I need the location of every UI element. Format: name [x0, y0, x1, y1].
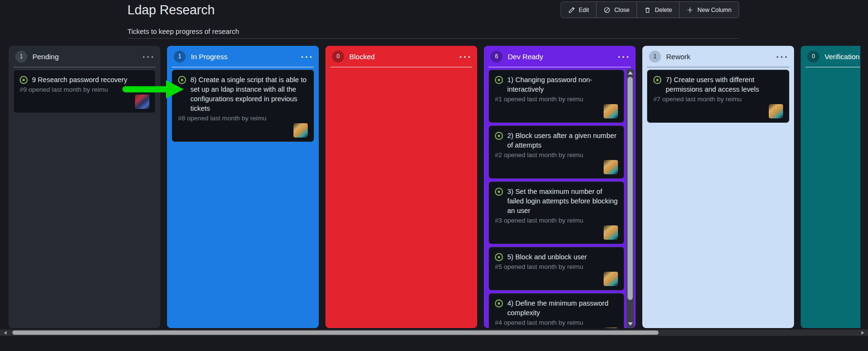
edit-button[interactable]: Edit	[561, 2, 597, 18]
issue-open-icon	[495, 299, 503, 308]
avatar	[604, 272, 618, 286]
column-title: Verification	[825, 53, 859, 61]
card-meta: #9 opened last month by reimu	[20, 85, 149, 94]
avatar	[769, 104, 783, 118]
issue-card[interactable]: 3) Set the maximum number of failed logi…	[489, 181, 624, 244]
count-badge: 0	[332, 51, 344, 63]
issue-card[interactable]: 2) Block users after a given number of a…	[489, 126, 624, 179]
card-title: 7) Create users with different permissio…	[666, 75, 783, 94]
vertical-scrollbar[interactable]	[627, 69, 634, 328]
column-in-progress: 1 In Progress 8) Create a single script …	[167, 46, 319, 328]
card-title-row: 3) Set the maximum number of failed logi…	[495, 187, 618, 215]
kanban-board: 1 Pending 9 Research password recovery #…	[0, 46, 860, 328]
issue-open-icon	[495, 188, 503, 196]
column-title: Dev Ready	[508, 53, 543, 61]
card-meta: #4 opened last month by reimu	[495, 319, 618, 327]
card-list	[325, 67, 477, 74]
avatar-row	[20, 94, 149, 110]
card-title: 8) Create a single script that is able t…	[190, 75, 308, 113]
issue-card[interactable]: 4) Define the minimum password complexit…	[489, 293, 624, 328]
new-column-button[interactable]: New Column	[680, 2, 739, 18]
avatar	[604, 160, 618, 174]
column-verification: 0 Verification	[801, 46, 860, 328]
column-header: 0 Verification	[801, 46, 860, 67]
column-header: 1 Pending	[9, 46, 160, 67]
page-header: Ldap Research Tickets to keep progress o…	[127, 0, 739, 46]
column-title: Pending	[32, 53, 59, 61]
circle-slash-icon	[604, 7, 610, 13]
card-list: 9 Research password recovery #9 opened l…	[9, 67, 160, 118]
column-header: 0 Blocked	[325, 46, 477, 67]
column-pending: 1 Pending 9 Research password recovery #…	[9, 46, 160, 328]
avatar-row	[495, 104, 618, 119]
issue-open-icon	[495, 76, 503, 84]
avatar	[293, 123, 308, 138]
card-title-row: 8) Create a single script that is able t…	[178, 75, 308, 113]
kebab-menu-icon[interactable]	[460, 56, 471, 57]
issue-card[interactable]: 9 Research password recovery #9 opened l…	[13, 70, 156, 113]
count-badge: 1	[15, 51, 27, 63]
column-rework: 1 Rework 7) Create users with different …	[642, 46, 794, 328]
issue-open-icon	[495, 253, 503, 261]
avatar-row	[178, 123, 308, 138]
avatar-row	[495, 327, 618, 328]
close-button[interactable]: Close	[596, 2, 637, 18]
card-title: 9 Research password recovery	[32, 75, 127, 85]
column-title: In Progress	[191, 53, 228, 61]
page-subtitle: Tickets to keep progress of research	[127, 28, 239, 35]
edit-button-label: Edit	[579, 7, 589, 13]
scroll-up-icon[interactable]	[628, 71, 633, 74]
avatar-row	[653, 104, 783, 119]
kebab-menu-icon[interactable]	[776, 56, 787, 57]
column-title: Rework	[666, 53, 690, 61]
card-title-row: 5) Block and unblock user	[495, 252, 618, 262]
card-meta: #2 opened last month by reimu	[495, 151, 618, 160]
issue-open-icon	[495, 132, 503, 140]
scroll-down-icon[interactable]	[628, 322, 633, 326]
column-blocked: 0 Blocked	[325, 46, 477, 328]
issue-card[interactable]: 8) Create a single script that is able t…	[172, 70, 314, 142]
issue-card[interactable]: 7) Create users with different permissio…	[647, 70, 789, 123]
card-title-row: 2) Block users after a given number of a…	[495, 131, 618, 150]
count-badge: 1	[649, 51, 661, 63]
avatar-row	[495, 271, 618, 287]
card-list	[801, 67, 860, 74]
avatar	[135, 95, 149, 109]
issue-open-icon	[178, 76, 186, 84]
kebab-menu-icon[interactable]	[618, 56, 629, 57]
project-board-page: Ldap Research Tickets to keep progress o…	[0, 0, 868, 351]
card-list: 7) Create users with different permissio…	[642, 67, 794, 128]
scroll-right-icon[interactable]	[861, 331, 864, 335]
vertical-scrollbar-thumb[interactable]	[627, 77, 633, 300]
card-title-row: 1) Changing password non-interactively	[495, 75, 618, 94]
card-title: 4) Define the minimum password complexit…	[507, 298, 618, 318]
card-title-row: 7) Create users with different permissio…	[653, 75, 783, 94]
issue-card[interactable]: 1) Changing password non-interactively #…	[489, 70, 624, 123]
kebab-menu-icon[interactable]	[143, 56, 154, 57]
avatar	[604, 225, 618, 240]
issue-card[interactable]: 5) Block and unblock user #5 opened last…	[489, 247, 624, 290]
delete-button[interactable]: Delete	[637, 2, 680, 18]
card-meta: #3 opened last month by reimu	[495, 216, 618, 225]
horizontal-scrollbar[interactable]	[0, 330, 868, 336]
kebab-menu-icon[interactable]	[301, 56, 312, 57]
board-toolbar: Edit Close Delete New Column	[561, 1, 739, 18]
column-dev-ready: 6 Dev Ready 1) Changing password non-int…	[484, 46, 636, 328]
close-button-label: Close	[614, 7, 629, 13]
column-header: 1 In Progress	[167, 46, 319, 67]
avatar-row	[495, 160, 618, 175]
avatar	[604, 104, 618, 118]
avatar-row	[495, 225, 618, 241]
card-title: 1) Changing password non-interactively	[507, 75, 618, 94]
card-title-row: 4) Define the minimum password complexit…	[495, 298, 618, 318]
card-title: 2) Block users after a given number of a…	[507, 131, 618, 150]
count-badge: 1	[174, 51, 186, 63]
plus-icon	[687, 7, 693, 13]
pencil-icon	[568, 7, 575, 13]
count-badge: 6	[491, 51, 502, 63]
column-title: Blocked	[349, 53, 375, 61]
horizontal-scrollbar-thumb[interactable]	[12, 330, 659, 335]
count-badge: 0	[807, 51, 819, 63]
page-title: Ldap Research	[127, 3, 215, 18]
scroll-left-icon[interactable]	[4, 331, 7, 335]
